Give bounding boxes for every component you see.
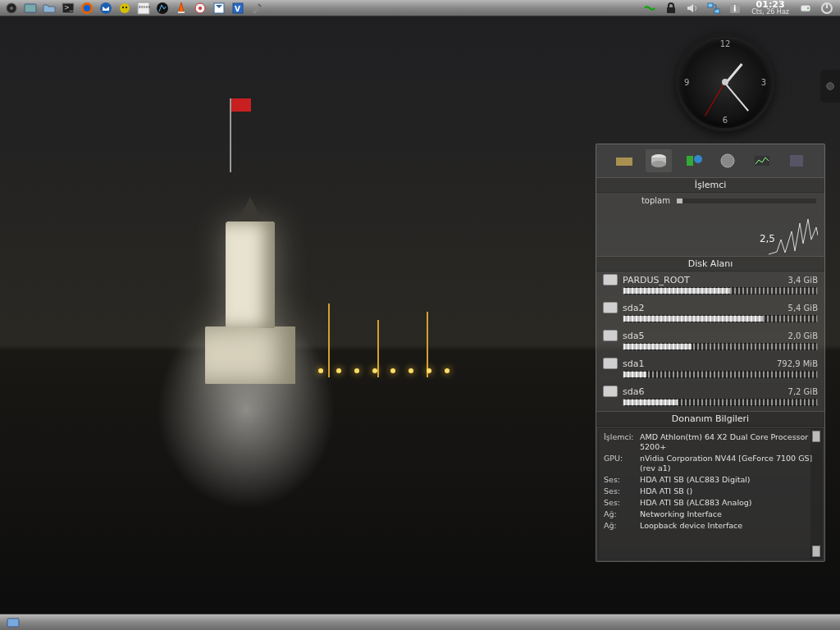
svg-point-7: [100, 2, 112, 14]
thunderbird-icon[interactable]: [98, 1, 114, 16]
disk-usage-bar: [623, 315, 818, 322]
disk-item: sda25,4 GiB: [596, 299, 824, 327]
disk-drive-icon: [603, 358, 618, 369]
settings-icon[interactable]: [249, 1, 265, 16]
svg-rect-20: [667, 7, 675, 13]
svg-point-33: [651, 161, 666, 167]
hw-key: Ses:: [604, 475, 637, 485]
disk-drive-icon: [603, 274, 618, 285]
terminal-icon[interactable]: >_: [60, 1, 76, 16]
disk-size: 792,9 MiB: [777, 359, 818, 368]
hw-row: Ses:HDA ATI SB (ALC883 Digital): [604, 475, 817, 485]
svg-rect-37: [755, 156, 769, 166]
disk-drive-icon: [603, 302, 618, 313]
vlc-icon[interactable]: [173, 1, 189, 16]
hw-value: Networking Interface: [640, 509, 817, 519]
svg-point-8: [120, 3, 130, 13]
menu-launcher-icon[interactable]: [3, 1, 20, 16]
sysmon-tab-graph[interactable]: [749, 149, 775, 172]
firefox-icon[interactable]: [79, 1, 95, 16]
file-manager-icon[interactable]: [41, 1, 57, 16]
disk-drive-icon: [603, 386, 618, 397]
power-icon[interactable]: [819, 1, 835, 16]
sysmon-tab-disk[interactable]: [646, 149, 672, 172]
cpu-section-header: İşlemci: [596, 177, 824, 193]
svg-point-13: [157, 2, 168, 14]
cpu-graph: 2,5: [596, 208, 824, 256]
svg-text:V: V: [235, 5, 240, 13]
clock-date: Cts, 26 Haz: [751, 8, 789, 16]
disk-usage-bar: [623, 343, 818, 350]
disk-icon[interactable]: [797, 1, 814, 16]
disk-name: sda5: [623, 331, 783, 341]
sysmon-tab-info[interactable]: [680, 149, 706, 172]
hw-key: Ağ:: [604, 521, 637, 531]
hw-key: Ağ:: [604, 509, 637, 519]
svg-rect-2: [25, 4, 36, 12]
disk-name: PARDUS_ROOT: [623, 275, 783, 285]
info-icon[interactable]: i: [727, 1, 743, 16]
disk-item: sda52,0 GiB: [596, 327, 824, 355]
openoffice-icon[interactable]: [211, 1, 227, 16]
scrollbar[interactable]: [810, 429, 822, 559]
hw-value: HDA ATI SB (): [640, 486, 817, 496]
svg-text:i: i: [733, 4, 736, 13]
disk-item: PARDUS_ROOT3,4 GiB: [596, 272, 824, 299]
show-desktop-icon[interactable]: [22, 1, 39, 16]
svg-rect-34: [687, 156, 693, 166]
zsnes-icon[interactable]: zsnes: [135, 1, 152, 16]
disk-size: 3,4 GiB: [788, 276, 818, 285]
svg-point-29: [827, 83, 834, 90]
disk-usage-bar: [623, 371, 818, 378]
disk-name: sda6: [623, 386, 783, 397]
svg-rect-21: [708, 3, 713, 7]
svg-rect-14: [178, 11, 185, 13]
sysmon-tab-settings[interactable]: [783, 149, 810, 172]
hw-key: Ses:: [604, 498, 637, 508]
cpu-total-label: toplam: [605, 196, 670, 205]
pidgin-icon[interactable]: [116, 1, 133, 16]
cpu-total-bar: [677, 199, 816, 203]
disk-drive-icon: [603, 330, 618, 341]
hw-value: AMD Athlon(tm) 64 X2 Dual Core Processor…: [640, 432, 817, 452]
disk-usage-bar: [623, 287, 818, 294]
disk-item: sda67,2 GiB: [596, 383, 824, 411]
sysmon-tab-home[interactable]: [611, 149, 637, 172]
disk-section-header: Disk Alanı: [596, 256, 824, 272]
virtualbox-icon[interactable]: V: [230, 1, 246, 16]
system-monitor-widget: İşlemci toplam 2,5 Disk Alanı PARDUS_ROO…: [596, 144, 825, 562]
bottom-panel: [0, 614, 840, 630]
panel-clock[interactable]: 01:23 Cts, 26 Haz: [748, 1, 792, 16]
svg-rect-30: [616, 158, 632, 166]
svg-rect-25: [801, 5, 810, 11]
hw-value: HDA ATI SB (ALC883 Analog): [640, 498, 817, 508]
keyboard-layout-icon[interactable]: [641, 1, 658, 16]
hw-row: İşlemci:AMD Athlon(tm) 64 X2 Dual Core P…: [604, 432, 817, 452]
svg-point-35: [694, 155, 702, 163]
hw-value: Loopback device Interface: [640, 521, 817, 531]
lock-icon[interactable]: [663, 1, 679, 16]
analog-clock-widget[interactable]: 12 3 6 9: [676, 33, 774, 131]
brasero-icon[interactable]: [192, 1, 208, 16]
svg-point-16: [199, 7, 202, 10]
hw-key: GPU:: [604, 454, 637, 473]
taskbar-desktop-icon[interactable]: [5, 615, 21, 630]
hw-row: Ağ:Networking Interface: [604, 509, 817, 519]
amarok-icon[interactable]: [154, 1, 171, 16]
svg-rect-39: [7, 619, 19, 627]
svg-text:zsnes: zsnes: [139, 4, 150, 9]
svg-point-10: [126, 7, 127, 8]
volume-icon[interactable]: [684, 1, 701, 16]
svg-point-36: [721, 154, 734, 167]
hw-row: GPU:nVidia Corporation NV44 [GeForce 710…: [604, 454, 817, 473]
hw-key: İşlemci:: [604, 432, 637, 452]
hw-row: Ağ:Loopback device Interface: [604, 521, 817, 531]
hw-value: nVidia Corporation NV44 [GeForce 7100 GS…: [640, 454, 817, 473]
svg-text:>_: >_: [64, 4, 74, 11]
svg-point-1: [10, 7, 13, 10]
disk-name: sda2: [623, 303, 783, 313]
network-icon[interactable]: [705, 1, 722, 16]
sysmon-tab-network[interactable]: [714, 149, 741, 172]
side-drawer-handle[interactable]: [820, 70, 840, 103]
svg-rect-22: [714, 9, 719, 13]
